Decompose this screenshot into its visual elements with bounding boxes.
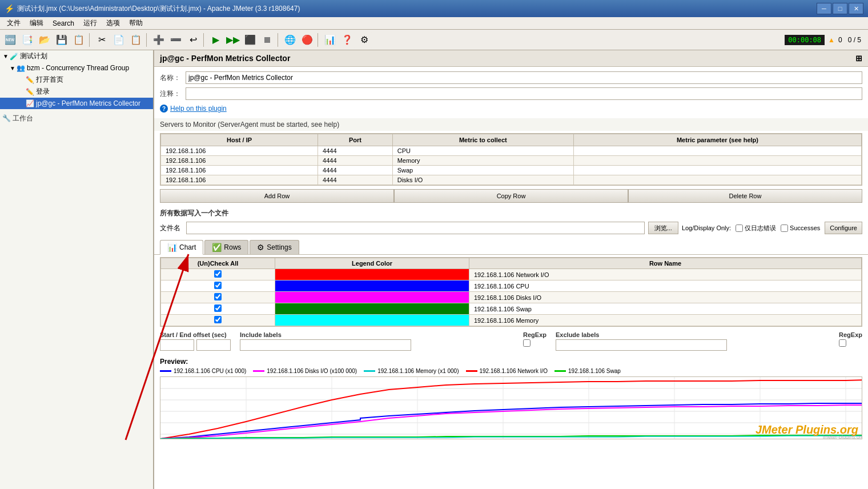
toolbar-sep2	[146, 33, 148, 47]
toolbar-cut[interactable]: ✂	[94, 32, 110, 48]
server-row-3[interactable]: 192.168.1.106 4444 Swap	[161, 166, 862, 175]
row5-color	[275, 315, 469, 326]
menu-search[interactable]: Search	[48, 18, 79, 29]
log-errors-checkbox[interactable]	[736, 225, 743, 232]
tree-thread-group[interactable]: ▼ 👥 bzm - Concurrency Thread Group	[0, 62, 153, 74]
toolbar-collapse[interactable]: ➖	[168, 32, 184, 48]
legend-label-3: 192.168.1.106 Memory (x1 000)	[377, 368, 459, 374]
copy-row-button[interactable]: Copy Row	[394, 189, 628, 203]
cell-port-2: 4444	[318, 156, 393, 166]
menu-file[interactable]: 文件	[2, 17, 25, 29]
row3-checkbox[interactable]	[214, 293, 222, 300]
tree-item-login[interactable]: ✏️ 登录	[0, 86, 153, 98]
toolbar-saveas[interactable]: 📋	[71, 32, 87, 48]
row-item-3[interactable]: 192.168.1.106 Disks I/O	[161, 292, 862, 303]
help-link[interactable]: ? Help on this plugin	[160, 105, 862, 113]
end-offset-input[interactable]	[196, 339, 231, 351]
toolbar-remote-start[interactable]: 🌐	[282, 32, 298, 48]
browse-button[interactable]: 浏览...	[648, 222, 678, 234]
toolbar-templates[interactable]: 📑	[19, 32, 35, 48]
toolbar-question[interactable]: ❓	[339, 32, 355, 48]
regexp2-label: RegExp	[839, 331, 862, 338]
regexp-label: RegExp	[523, 331, 546, 338]
toolbar-paste[interactable]: 📋	[128, 32, 144, 48]
legend-color-5	[554, 370, 566, 372]
toolbar-results[interactable]: 📊	[322, 32, 338, 48]
tab-rows[interactable]: ✅ Rows	[204, 240, 248, 254]
regexp2-checkbox[interactable]	[839, 339, 846, 347]
server-row-1[interactable]: 192.168.1.106 4444 CPU	[161, 146, 862, 156]
tree-toggle-root[interactable]: ▼	[2, 53, 9, 59]
maximize-button[interactable]: □	[833, 3, 847, 14]
cell-host-2: 192.168.1.106	[161, 156, 318, 166]
toolbar-settings[interactable]: ⚙	[356, 32, 372, 48]
row1-checkbox[interactable]	[214, 270, 222, 278]
toolbar-remote-stop[interactable]: 🔴	[299, 32, 315, 48]
menu-run[interactable]: 运行	[79, 17, 102, 29]
name-input[interactable]	[186, 71, 862, 84]
successes-label[interactable]: Successes	[781, 225, 820, 232]
preview-section: Preview: 192.168.1.106 CPU (x1 000) 192.…	[154, 355, 868, 442]
row5-checkbox[interactable]	[214, 316, 222, 323]
regexp2-group: RegExp	[839, 331, 862, 347]
cell-host-3: 192.168.1.106	[161, 166, 318, 175]
legend-color-2	[253, 370, 264, 372]
regexp-checkbox[interactable]	[523, 339, 531, 347]
include-labels-label: Include labels	[240, 331, 514, 338]
comment-input[interactable]	[186, 87, 862, 100]
configure-button[interactable]: Configure	[825, 222, 862, 234]
menu-edit[interactable]: 编辑	[25, 17, 48, 29]
toolbar-expand[interactable]: ➕	[151, 32, 167, 48]
start-offset-input[interactable]	[160, 339, 194, 351]
toolbar-new[interactable]: 🆕	[2, 32, 18, 48]
preview-title: Preview:	[160, 358, 862, 366]
tab-chart[interactable]: 📊 Chart	[160, 240, 203, 255]
successes-checkbox[interactable]	[781, 225, 788, 232]
preview-chart: jmeter-plugins.org JMeter Plugins.org	[160, 376, 862, 439]
expand-icon[interactable]: ⊞	[855, 54, 862, 63]
tree-root[interactable]: ▼ 🧪 测试计划	[0, 50, 153, 62]
toolbar-open[interactable]: 📂	[37, 32, 53, 48]
include-labels-input[interactable]	[240, 339, 411, 351]
legend-color-3	[364, 370, 375, 372]
tree-item-perfmon[interactable]: 📈 jp@gc - PerfMon Metrics Collector	[0, 98, 153, 109]
log-errors-label[interactable]: 仅日志错误	[736, 224, 776, 233]
toolbar-shutdown[interactable]: ⏹	[259, 32, 275, 48]
rows-tab-label: Rows	[224, 243, 241, 251]
toolbar-toggle[interactable]: ↩	[185, 32, 201, 48]
row4-color	[275, 303, 469, 315]
add-row-button[interactable]: Add Row	[160, 189, 394, 203]
toolbar-copy[interactable]: 📄	[111, 32, 127, 48]
tab-settings[interactable]: ⚙ Settings	[250, 240, 299, 254]
row2-checkbox[interactable]	[214, 282, 222, 289]
legend-label-2: 192.168.1.106 Disks I/O (x100 000)	[267, 368, 357, 374]
row-item-1[interactable]: 192.168.1.106 Network I/O	[161, 269, 862, 280]
toolbar-start-no-pause[interactable]: ▶▶	[225, 32, 241, 48]
legend-item-3: 192.168.1.106 Memory (x1 000)	[364, 368, 459, 374]
delete-row-button[interactable]: Delete Row	[628, 189, 862, 203]
menu-options[interactable]: 选项	[102, 17, 124, 29]
toolbar-warning-count: 0	[838, 36, 842, 44]
file-name-input[interactable]	[186, 222, 645, 234]
row4-checkbox[interactable]	[214, 304, 222, 312]
server-row-2[interactable]: 192.168.1.106 4444 Memory	[161, 156, 862, 166]
row-item-4[interactable]: 192.168.1.106 Swap	[161, 303, 862, 315]
cell-param-2	[573, 156, 861, 166]
row-item-2[interactable]: 192.168.1.106 CPU	[161, 280, 862, 292]
tree-item-open[interactable]: ✏️ 打开首页	[0, 74, 153, 86]
tree-toggle-tg[interactable]: ▼	[9, 65, 16, 71]
close-button[interactable]: ✕	[849, 3, 863, 14]
toolbar-sep1	[89, 33, 91, 47]
toolbar-save[interactable]: 💾	[54, 32, 70, 48]
server-row-4[interactable]: 192.168.1.106 4444 Disks I/O	[161, 175, 862, 185]
legend-color-1	[160, 370, 171, 372]
row-item-5[interactable]: 192.168.1.106 Memory	[161, 315, 862, 326]
content-panel: jp@gc - PerfMon Metrics Collector ⊞ 名称： …	[154, 50, 868, 489]
menu-help[interactable]: 帮助	[124, 17, 147, 29]
exclude-labels-input[interactable]	[556, 339, 727, 351]
workbench-node[interactable]: 🔧 工作台	[0, 111, 153, 126]
minimize-button[interactable]: ─	[817, 3, 831, 14]
toolbar-warning: ▲	[828, 36, 835, 44]
toolbar-start[interactable]: ▶	[208, 32, 224, 48]
toolbar-stop[interactable]: ⬛	[242, 32, 258, 48]
